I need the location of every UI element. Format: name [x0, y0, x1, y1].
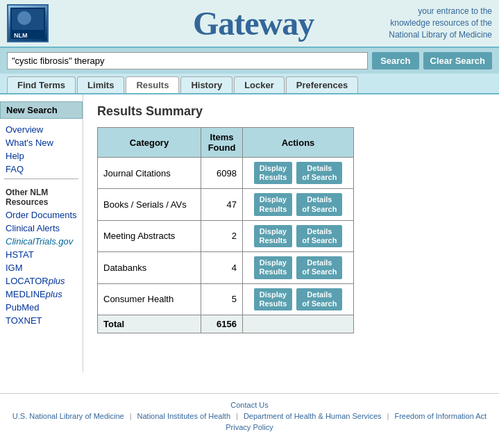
- category-cell: Journal Citations: [98, 158, 201, 189]
- sidebar-item-clinical-alerts[interactable]: Clinical Alerts: [0, 222, 83, 235]
- sidebar: New Search Overview What's New Help FAQ …: [0, 94, 83, 372]
- items-cell: 47: [201, 189, 243, 220]
- footer: Contact Us U.S. National Library of Medi…: [0, 393, 499, 438]
- table-row: Databanks 4 DisplayResults Detailsof Sea…: [98, 252, 354, 283]
- items-cell: 4: [201, 252, 243, 283]
- sidebar-item-order-documents[interactable]: Order Documents: [0, 208, 83, 222]
- gateway-title: Gateway: [118, 4, 389, 42]
- footer-link-hhs[interactable]: Department of Health & Human Services: [244, 412, 382, 420]
- sidebar-item-igm[interactable]: IGM: [0, 261, 83, 274]
- sidebar-item-toxnet[interactable]: TOXNET: [0, 314, 83, 327]
- nlm-logo: NLM: [7, 4, 49, 42]
- actions-cell: DisplayResults Detailsof Search: [243, 283, 354, 315]
- table-row: Meeting Abstracts 2 DisplayResults Detai…: [98, 220, 354, 251]
- footer-link-foia[interactable]: Freedom of Information Act: [394, 412, 487, 420]
- category-cell: Books / Serials / AVs: [98, 189, 201, 220]
- svg-point-2: [17, 11, 31, 25]
- sidebar-item-whats-new[interactable]: What's New: [0, 136, 83, 149]
- privacy-policy-link[interactable]: Privacy Policy: [226, 423, 273, 431]
- display-results-btn-3[interactable]: DisplayResults: [254, 256, 293, 279]
- display-results-btn-1[interactable]: DisplayResults: [254, 193, 293, 215]
- category-cell: Meeting Abstracts: [98, 220, 201, 251]
- display-results-btn-0[interactable]: DisplayResults: [254, 162, 293, 184]
- footer-privacy: Privacy Policy: [7, 423, 492, 431]
- search-bar: Search Clear Search: [0, 48, 499, 74]
- actions-cell: DisplayResults Detailsof Search: [243, 252, 354, 283]
- details-search-btn-2[interactable]: Detailsof Search: [296, 225, 342, 247]
- items-cell: 2: [201, 220, 243, 251]
- sidebar-section-other: Other NLM Resources: [0, 186, 83, 208]
- main-layout: New Search Overview What's New Help FAQ …: [0, 94, 499, 372]
- sidebar-item-overview[interactable]: Overview: [0, 123, 83, 136]
- logo-area: NLM: [7, 4, 118, 42]
- col-header-category: Category: [98, 128, 201, 158]
- header: NLM Gateway your entrance to the knowled…: [0, 0, 499, 48]
- sidebar-item-faq[interactable]: FAQ: [0, 163, 83, 176]
- footer-links-row: U.S. National Library of Medicine | Nati…: [7, 412, 492, 420]
- details-search-btn-0[interactable]: Detailsof Search: [296, 162, 342, 184]
- total-actions-cell: [243, 315, 354, 333]
- details-search-btn-4[interactable]: Detailsof Search: [296, 288, 342, 310]
- col-header-items: Items Found: [201, 128, 243, 158]
- actions-cell: DisplayResults Detailsof Search: [243, 189, 354, 220]
- sidebar-item-clinical-trials[interactable]: ClinicalTrials.gov: [0, 235, 83, 248]
- actions-cell: DisplayResults Detailsof Search: [243, 220, 354, 251]
- nav-tabs: Find Terms Limits Results History Locker…: [0, 74, 499, 94]
- results-table: Category Items Found Actions Journal Cit…: [97, 127, 354, 333]
- results-title: Results Summary: [97, 104, 485, 119]
- items-cell: 5: [201, 283, 243, 315]
- sidebar-item-medlineplus[interactable]: MEDLINEplus: [0, 288, 83, 301]
- table-row-total: Total 6156: [98, 315, 354, 333]
- header-tagline: your entrance to the knowledge resources…: [389, 6, 492, 40]
- search-button[interactable]: Search: [372, 52, 418, 69]
- content-area: Results Summary Category Items Found Act…: [83, 94, 499, 372]
- svg-text:NLM: NLM: [14, 32, 28, 39]
- sidebar-divider: [4, 179, 78, 179]
- items-cell: 6098: [201, 158, 243, 189]
- details-search-btn-1[interactable]: Detailsof Search: [296, 193, 342, 215]
- footer-link-nih[interactable]: National Institutes of Health: [137, 412, 231, 420]
- tab-find-terms[interactable]: Find Terms: [7, 76, 76, 93]
- footer-contact: Contact Us: [7, 401, 492, 409]
- sidebar-item-locatorplus[interactable]: LOCATORplus: [0, 274, 83, 288]
- tab-results[interactable]: Results: [126, 76, 179, 93]
- actions-cell: DisplayResults Detailsof Search: [243, 158, 354, 189]
- search-input[interactable]: [7, 52, 368, 69]
- sidebar-item-help[interactable]: Help: [0, 149, 83, 163]
- total-value-cell: 6156: [201, 315, 243, 333]
- sidebar-item-pubmed[interactable]: PubMed: [0, 301, 83, 314]
- tab-preferences[interactable]: Preferences: [286, 76, 358, 93]
- footer-link-nlm[interactable]: U.S. National Library of Medicine: [12, 412, 124, 420]
- col-header-actions: Actions: [243, 128, 354, 158]
- tab-history[interactable]: History: [180, 76, 232, 93]
- clear-search-button[interactable]: Clear Search: [423, 52, 493, 69]
- new-search-button[interactable]: New Search: [0, 101, 83, 119]
- tab-locker[interactable]: Locker: [234, 76, 285, 93]
- table-row: Journal Citations 6098 DisplayResults De…: [98, 158, 354, 189]
- contact-us-link[interactable]: Contact Us: [230, 401, 268, 409]
- sidebar-item-hstat[interactable]: HSTAT: [0, 248, 83, 261]
- table-row: Consumer Health 5 DisplayResults Details…: [98, 283, 354, 315]
- category-cell: Databanks: [98, 252, 201, 283]
- details-search-btn-3[interactable]: Detailsof Search: [296, 256, 342, 279]
- tab-limits[interactable]: Limits: [77, 76, 124, 93]
- display-results-btn-4[interactable]: DisplayResults: [254, 288, 293, 310]
- table-row: Books / Serials / AVs 47 DisplayResults …: [98, 189, 354, 220]
- display-results-btn-2[interactable]: DisplayResults: [254, 225, 293, 247]
- category-cell: Consumer Health: [98, 283, 201, 315]
- total-label-cell: Total: [98, 315, 201, 333]
